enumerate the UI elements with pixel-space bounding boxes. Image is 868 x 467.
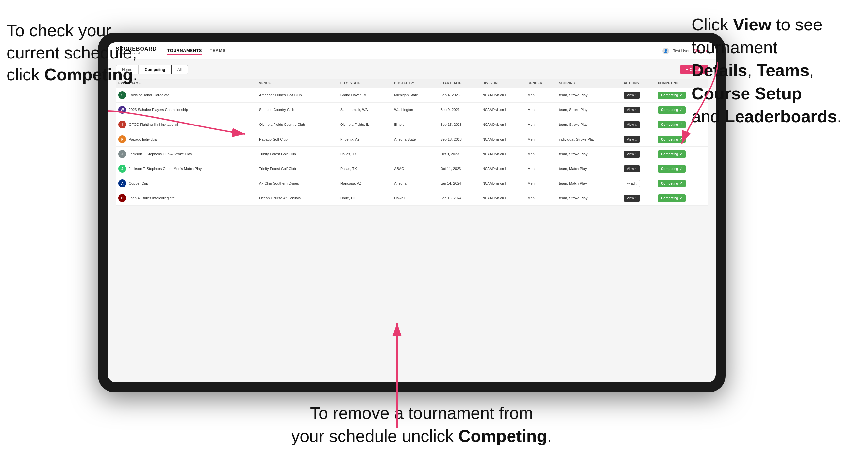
- cell-event-name: S Folds of Honor Collegiate: [116, 88, 256, 103]
- view-button[interactable]: View ℹ: [624, 195, 640, 201]
- cell-scoring: team, Stroke Play: [557, 147, 621, 161]
- cell-event-name: A Copper Cup: [116, 176, 256, 191]
- cell-competing: Competing ✓: [655, 176, 708, 191]
- cell-venue: Papago Golf Club: [256, 132, 338, 147]
- event-name-text: Copper Cup: [129, 181, 148, 185]
- view-button[interactable]: View ℹ: [624, 136, 640, 143]
- cell-venue: Sahalee Country Club: [256, 103, 338, 117]
- cell-city-state: Sammamish, WA: [338, 103, 392, 117]
- cell-venue: Ak-Chin Southern Dunes: [256, 176, 338, 191]
- cell-scoring: team, Stroke Play: [557, 88, 621, 103]
- nav-link-teams[interactable]: TEAMS: [210, 47, 225, 55]
- cell-gender: Men: [525, 161, 556, 176]
- cell-start-date: Sep 18, 2023: [438, 132, 480, 147]
- view-button[interactable]: View ℹ: [624, 165, 640, 172]
- event-name-text: Papago Individual: [129, 137, 157, 141]
- content-area: Home Competing All + Create EVENT NAME V…: [108, 60, 716, 382]
- cell-hosted-by: Illinois: [392, 117, 438, 132]
- tablet-screen: SCOREBOARD Powered by clippd TOURNAMENTS…: [108, 42, 716, 382]
- cell-gender: Men: [525, 176, 556, 191]
- cell-city-state: Lihue, HI: [338, 191, 392, 206]
- table-row: P Papago Individual Papago Golf Club Pho…: [116, 132, 708, 147]
- tab-all[interactable]: All: [172, 65, 188, 74]
- competing-button[interactable]: Competing ✓: [658, 92, 686, 99]
- cell-city-state: Phoenix, AZ: [338, 132, 392, 147]
- event-name-text: Jackson T. Stephens Cup – Stroke Play: [129, 152, 192, 156]
- col-actions: ACTIONS: [621, 79, 655, 88]
- cell-venue: Ocean Course At Hokuala: [256, 191, 338, 206]
- cell-start-date: Sep 4, 2023: [438, 88, 480, 103]
- cell-start-date: Sep 9, 2023: [438, 103, 480, 117]
- tournaments-table-wrap: EVENT NAME VENUE CITY, STATE HOSTED BY S…: [116, 79, 708, 377]
- col-scoring: SCORING: [557, 79, 621, 88]
- cell-gender: Men: [525, 132, 556, 147]
- cell-start-date: Oct 9, 2023: [438, 147, 480, 161]
- cell-event-name: H John A. Burns Intercollegiate: [116, 191, 256, 206]
- table-row: W 2023 Sahalee Players Championship Saha…: [116, 103, 708, 117]
- checkmark-icon: ✓: [679, 93, 682, 97]
- competing-button[interactable]: Competing ✓: [658, 121, 686, 128]
- cell-city-state: Grand Haven, MI: [338, 88, 392, 103]
- cell-division: NCAA Division I: [480, 176, 525, 191]
- competing-button[interactable]: Competing ✓: [658, 106, 686, 114]
- team-logo: S: [118, 91, 126, 99]
- annotation-bottom: To remove a tournament from your schedul…: [275, 402, 569, 447]
- cell-scoring: team, Stroke Play: [557, 117, 621, 132]
- event-name-text: Jackson T. Stephens Cup – Men's Match Pl…: [129, 167, 202, 170]
- checkmark-icon: ✓: [679, 108, 682, 112]
- user-icon: 👤: [662, 48, 669, 54]
- cell-scoring: individual, Stroke Play: [557, 132, 621, 147]
- cell-gender: Men: [525, 103, 556, 117]
- cell-event-name: I OFCC Fighting Illini Invitational: [116, 117, 256, 132]
- event-name-text: OFCC Fighting Illini Invitational: [129, 123, 178, 126]
- table-row: J Jackson T. Stephens Cup – Men's Match …: [116, 161, 708, 176]
- cell-actions: View ℹ: [621, 88, 655, 103]
- col-venue: VENUE: [256, 79, 338, 88]
- table-row: S Folds of Honor Collegiate American Dun…: [116, 88, 708, 103]
- cell-actions: View ℹ: [621, 132, 655, 147]
- event-name-text: 2023 Sahalee Players Championship: [129, 108, 188, 112]
- competing-button[interactable]: Competing ✓: [658, 194, 686, 202]
- col-hosted-by: HOSTED BY: [392, 79, 438, 88]
- cell-hosted-by: Washington: [392, 103, 438, 117]
- cell-competing: Competing ✓: [655, 161, 708, 176]
- competing-button[interactable]: Competing ✓: [658, 136, 686, 143]
- checkmark-icon: ✓: [679, 123, 682, 127]
- view-button[interactable]: View ℹ: [624, 121, 640, 128]
- cell-actions: View ℹ: [621, 161, 655, 176]
- cell-hosted-by: ABAC: [392, 161, 438, 176]
- cell-scoring: team, Stroke Play: [557, 191, 621, 206]
- competing-button[interactable]: Competing ✓: [658, 180, 686, 187]
- annotation-top-left: To check your current schedule, click Co…: [6, 20, 144, 86]
- tablet-frame: SCOREBOARD Powered by clippd TOURNAMENTS…: [98, 33, 725, 392]
- cell-hosted-by: Arizona State: [392, 132, 438, 147]
- cell-venue: American Dunes Golf Club: [256, 88, 338, 103]
- team-logo: J: [118, 150, 126, 158]
- cell-event-name: W 2023 Sahalee Players Championship: [116, 103, 256, 117]
- competing-button[interactable]: Competing ✓: [658, 165, 686, 173]
- cell-venue: Trinity Forest Golf Club: [256, 147, 338, 161]
- edit-button[interactable]: ✏ Edit: [624, 180, 640, 187]
- event-name-text: John A. Burns Intercollegiate: [129, 196, 175, 200]
- nav-link-tournaments[interactable]: TOURNAMENTS: [167, 47, 202, 55]
- col-gender: GENDER: [525, 79, 556, 88]
- competing-button[interactable]: Competing ✓: [658, 150, 686, 158]
- info-icon: ℹ: [635, 152, 637, 156]
- cell-division: NCAA Division I: [480, 103, 525, 117]
- cell-actions: View ℹ: [621, 103, 655, 117]
- cell-actions: ✏ Edit: [621, 176, 655, 191]
- team-logo: J: [118, 165, 126, 173]
- view-button[interactable]: View ℹ: [624, 151, 640, 157]
- team-logo: I: [118, 121, 126, 128]
- cell-actions: View ℹ: [621, 191, 655, 206]
- cell-start-date: Oct 11, 2023: [438, 161, 480, 176]
- view-button[interactable]: View ℹ: [624, 106, 640, 114]
- table-row: J Jackson T. Stephens Cup – Stroke Play …: [116, 147, 708, 161]
- cell-scoring: team, Match Play: [557, 161, 621, 176]
- col-city-state: CITY, STATE: [338, 79, 392, 88]
- table-row: H John A. Burns Intercollegiate Ocean Co…: [116, 191, 708, 206]
- cell-city-state: Dallas, TX: [338, 147, 392, 161]
- col-start-date: START DATE: [438, 79, 480, 88]
- view-button[interactable]: View ℹ: [624, 92, 640, 99]
- cell-division: NCAA Division I: [480, 117, 525, 132]
